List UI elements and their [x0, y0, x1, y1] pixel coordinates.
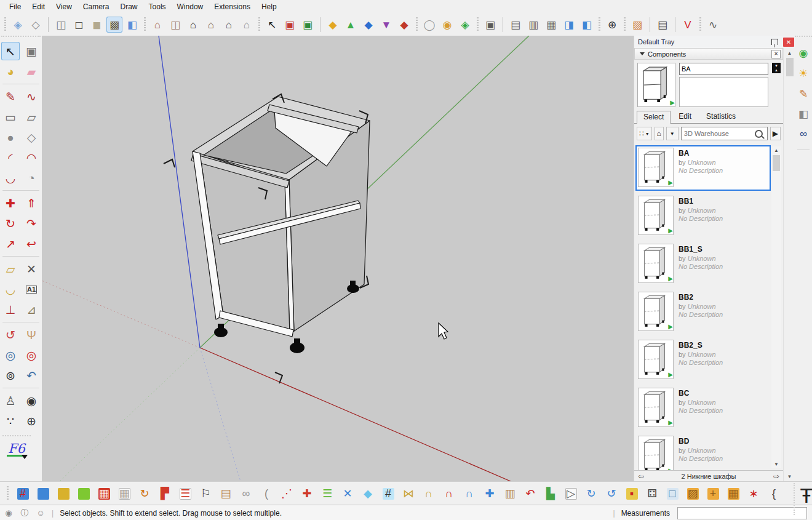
binoculars-icon[interactable]: ∞ — [796, 127, 811, 142]
layer-green-icon[interactable] — [76, 486, 92, 502]
cube-blue-icon[interactable]: □ — [664, 486, 680, 502]
rotate-box-alt-icon[interactable]: ↺ — [603, 486, 619, 502]
follow-me-tool[interactable]: ↷ — [22, 214, 41, 233]
push-pull-tool[interactable]: ⇑ — [22, 194, 41, 212]
power-icon[interactable]: ◉ — [796, 46, 811, 60]
viewport-canvas[interactable] — [42, 36, 634, 481]
grid-2x2-icon[interactable]: + — [705, 486, 721, 502]
loop-icon[interactable]: ∩ — [421, 486, 437, 502]
component-item[interactable]: BA by Unknown No Description — [637, 146, 770, 190]
loop-weld-icon[interactable]: ∩ — [461, 486, 477, 502]
component-item[interactable]: BC by Unknown No Description — [637, 386, 770, 430]
walk-tool[interactable]: ∵ — [1, 412, 20, 430]
geolocation-icon[interactable]: ◉ — [4, 508, 14, 518]
select-cursor-icon[interactable]: ↖ — [264, 17, 280, 33]
credits-icon[interactable]: ⓘ — [20, 508, 30, 518]
compass-tool[interactable]: ⊕ — [22, 412, 41, 430]
list-scrollbar[interactable]: ▲ ▼ — [771, 146, 781, 468]
rotated-rectangle-tool[interactable]: ▱ — [22, 108, 41, 126]
mirror-icon[interactable]: ⋈ — [400, 486, 416, 502]
rock-icon[interactable]: ◯ — [421, 17, 437, 33]
stack-green-icon[interactable]: ▙ — [543, 486, 559, 502]
home-icon[interactable]: ⌂ — [185, 17, 201, 33]
layer-hash-icon[interactable]: # — [15, 486, 31, 502]
cross-blue-icon[interactable]: ✕ — [340, 486, 356, 502]
house-textured-icon[interactable]: ⌂ — [149, 17, 165, 33]
component-item[interactable]: BD by Unknown No Description — [637, 434, 770, 470]
home-button[interactable]: ⌂ — [655, 127, 664, 140]
tape-measure-tool[interactable]: ▱ — [1, 260, 20, 278]
sandbox-icon[interactable]: ∿ — [705, 17, 721, 33]
layer-blue-icon[interactable] — [35, 486, 51, 502]
menu-camera[interactable]: Camera — [78, 1, 115, 13]
cabinet-model[interactable] — [191, 97, 370, 353]
components-close-button[interactable]: ✕ — [771, 50, 781, 58]
grid-3x3-icon[interactable]: ▦ — [725, 486, 741, 502]
advance-button[interactable]: ▶ — [770, 127, 781, 140]
orbit-tool[interactable]: ↺ — [1, 326, 20, 344]
protractor-tool[interactable]: ◡ — [1, 280, 20, 298]
scroll-thumb[interactable] — [773, 155, 780, 171]
bag-icon[interactable]: ◉ — [439, 17, 455, 33]
solid-union-icon[interactable]: ▣ — [482, 17, 498, 33]
paint-bucket-tool[interactable]: ◕ — [1, 62, 20, 81]
component-browser-icon[interactable]: ▣ — [282, 17, 298, 33]
menu-draw[interactable]: Draw — [115, 1, 143, 13]
geodesic-icon[interactable]: ◈ — [457, 17, 473, 33]
nav-forward-icon[interactable]: ⇨ — [773, 472, 779, 481]
menu-help[interactable]: Help — [256, 1, 282, 13]
house-roof-icon[interactable]: ⌂ — [203, 17, 219, 33]
export-sheet-icon[interactable]: ▷ — [563, 486, 579, 502]
building-icon[interactable]: ◫ — [167, 17, 183, 33]
box-blue-icon[interactable]: ◆ — [360, 17, 376, 33]
menu-view[interactable]: View — [50, 1, 78, 13]
drop-icon[interactable]: ◆ — [360, 486, 376, 502]
arc-segment-icon[interactable]: ( — [258, 486, 274, 502]
component-export-icon[interactable]: ▣ — [300, 17, 316, 33]
circle-tool[interactable]: ● — [1, 128, 20, 146]
tray-scrollbar[interactable]: ▲ ▼ — [783, 48, 795, 481]
menu-tools[interactable]: Tools — [143, 1, 172, 13]
rotate-tool[interactable]: ↻ — [1, 214, 20, 233]
backedges-style-icon[interactable]: ◫ — [53, 17, 69, 33]
menu-edit[interactable]: Edit — [26, 1, 50, 13]
menu-file[interactable]: File — [4, 1, 26, 13]
vray-icon[interactable]: V — [680, 17, 696, 33]
scroll-up-icon[interactable]: ▲ — [774, 146, 779, 154]
house-outline-icon[interactable]: ⌂ — [239, 17, 255, 33]
align-red-icon[interactable]: ✚ — [299, 486, 315, 502]
nav-back-icon[interactable]: ⇦ — [638, 472, 644, 481]
menu-window[interactable]: Window — [172, 1, 209, 13]
polyline-points-icon[interactable]: ⋰ — [279, 486, 295, 502]
freehand-tool[interactable]: ∿ — [22, 87, 41, 106]
tab-edit[interactable]: Edit — [672, 110, 698, 123]
position-camera-tool[interactable]: ♙ — [1, 391, 20, 410]
material-icon[interactable]: ▨ — [629, 17, 645, 33]
shaded-style-icon[interactable]: ◼ — [89, 17, 105, 33]
house-chimney-icon[interactable]: ⌂ — [221, 17, 237, 33]
box-yellow-icon[interactable]: ◆ — [325, 17, 341, 33]
rectangle-tool[interactable]: ▭ — [1, 108, 20, 126]
texture-icon[interactable]: ◧ — [796, 106, 811, 121]
layer-white-grid-icon[interactable]: ▦ — [116, 486, 132, 502]
box-purple-icon[interactable]: ▼ — [378, 17, 394, 33]
layer-gold-icon[interactable] — [55, 486, 71, 502]
f6-plugin-button[interactable]: F6 — [2, 435, 31, 461]
scroll-thumb[interactable] — [786, 58, 794, 76]
crate-icon[interactable]: ▥ — [502, 486, 518, 502]
move-tool[interactable]: ✚ — [1, 194, 20, 212]
secondary-pane-toggle-icon[interactable]: ▼▲ — [772, 63, 781, 73]
dice-icon[interactable]: ⚃ — [644, 486, 660, 502]
shadows-icon[interactable]: ☀ — [796, 66, 811, 81]
polygon-tool[interactable]: ◇ — [22, 128, 41, 146]
tray-close-button[interactable]: ✕ — [783, 38, 794, 47]
arc-tool[interactable]: ◜ — [1, 148, 20, 167]
axes-tool[interactable]: ⊥ — [1, 300, 20, 319]
pin-icon[interactable] — [771, 39, 778, 45]
view-options-button[interactable]: ∷▼ — [637, 127, 652, 140]
tkey-plugin-icon[interactable]: Ŧ — [794, 483, 812, 515]
solid-trim-icon[interactable]: ◨ — [561, 17, 577, 33]
grid-diagonal-icon[interactable]: ▨ — [685, 486, 701, 502]
offset-tool[interactable]: ↩ — [22, 234, 41, 253]
corner-square-icon[interactable]: ▛ — [157, 486, 173, 502]
